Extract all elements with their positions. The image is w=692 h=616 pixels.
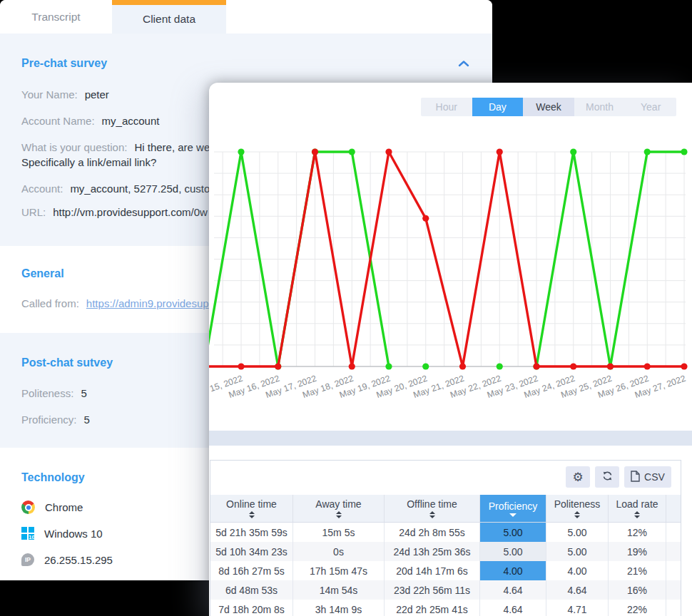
cell: 7d 18h 20m 8s bbox=[210, 600, 293, 616]
field-value: my_account, 5277.25d, custor bbox=[70, 183, 213, 195]
tech-os-row: 10 Windows 10 bbox=[21, 527, 103, 540]
column-header-politeness[interactable]: Politeness bbox=[546, 495, 609, 522]
status-chart: May 15, 2022May 16, 2022May 17, 2022May … bbox=[209, 143, 692, 410]
sort-icon bbox=[634, 511, 640, 518]
tab-client-data[interactable]: Client data bbox=[112, 0, 226, 34]
field-label: Politeness: bbox=[21, 387, 73, 399]
table-row[interactable]: 5d 21h 35m 59s 15m 5s 24d 2h 8m 55s 5.00… bbox=[210, 523, 681, 542]
field-value: peter bbox=[85, 88, 109, 101]
period-tab-month[interactable]: Month bbox=[574, 98, 626, 116]
field-label: What is your question: bbox=[21, 141, 127, 153]
column-header-away-time[interactable]: Away time bbox=[293, 495, 385, 522]
cell: 3h 14m 9s bbox=[293, 600, 385, 616]
cell: 24d 2h 8m 55s bbox=[385, 523, 480, 542]
period-tab-week[interactable]: Week bbox=[523, 98, 574, 116]
table-header: Online time Away time Offline time Profi… bbox=[210, 495, 681, 523]
cell-gutter bbox=[666, 600, 681, 616]
field-value: Specifically a link/email link? bbox=[21, 156, 156, 168]
windows-badge: 10 bbox=[29, 535, 35, 540]
sort-icon bbox=[574, 511, 580, 518]
cell: 22% bbox=[609, 600, 666, 616]
cell: 19% bbox=[609, 542, 666, 561]
field-label: Account Name: bbox=[21, 115, 95, 127]
cell-proficiency: 5.00 bbox=[480, 523, 546, 542]
cell: 5d 10h 34m 23s bbox=[210, 542, 293, 561]
cell: 4.00 bbox=[546, 561, 609, 580]
technology-title: Technology bbox=[21, 471, 85, 484]
period-tab-day[interactable]: Day bbox=[472, 98, 524, 116]
field-value: http://vm.providesupport.com/0w bbox=[53, 206, 208, 218]
tab-transcript[interactable]: Transcript bbox=[0, 0, 112, 34]
field-question-line1: What is your question:Hi there, are we bbox=[21, 141, 210, 153]
cell: 0s bbox=[293, 542, 385, 561]
statistics-table-card: ⚙ CSV bbox=[210, 460, 681, 616]
field-value: 5 bbox=[84, 414, 90, 426]
cell: 16% bbox=[609, 580, 666, 600]
field-value: Hi there, are we bbox=[134, 141, 210, 153]
cell: 6d 48m 53s bbox=[210, 580, 293, 600]
general-title: General bbox=[21, 267, 64, 280]
ip-icon: IP bbox=[21, 553, 34, 566]
column-label: Away time bbox=[315, 498, 361, 510]
table-body: 5d 21h 35m 59s 15m 5s 24d 2h 8m 55s 5.00… bbox=[210, 523, 681, 616]
tech-browser-row: Chrome bbox=[21, 500, 83, 514]
windows-icon: 10 bbox=[21, 527, 34, 540]
field-account: Account:my_account, 5277.25d, custor bbox=[21, 183, 213, 195]
refresh-button[interactable] bbox=[595, 466, 619, 488]
column-label: Load rate bbox=[616, 498, 658, 510]
gear-icon: ⚙ bbox=[572, 471, 583, 483]
field-proficiency: Proficiency:5 bbox=[21, 414, 90, 426]
field-your-name: Your Name:peter bbox=[21, 88, 109, 101]
table-row[interactable]: 8d 16h 27m 5s 17h 15m 47s 20d 14h 17m 6s… bbox=[210, 561, 681, 580]
refresh-icon bbox=[601, 470, 614, 484]
panel-tabbar: Transcript Client data bbox=[0, 0, 492, 34]
field-value: 5 bbox=[81, 387, 86, 399]
cell: 23d 22h 56m 11s bbox=[385, 580, 480, 600]
tech-ip-row: IP 26.255.15.295 bbox=[21, 553, 113, 566]
export-csv-button[interactable]: CSV bbox=[624, 466, 671, 488]
cell-proficiency: 4.64 bbox=[480, 580, 546, 600]
chevron-up-icon bbox=[458, 58, 469, 70]
field-called-from: Called from:https://admin9.providesup bbox=[21, 297, 209, 309]
field-label: URL: bbox=[21, 206, 46, 218]
cell-proficiency: 4.00 bbox=[480, 561, 546, 580]
cell: 5.00 bbox=[546, 523, 609, 542]
field-politeness: Politeness:5 bbox=[21, 387, 87, 399]
column-header-offline-time[interactable]: Offline time bbox=[385, 495, 480, 522]
table-toolbar: ⚙ CSV bbox=[566, 466, 671, 488]
cell-gutter bbox=[666, 561, 681, 580]
cell: 5d 21h 35m 59s bbox=[210, 523, 293, 542]
csv-file-icon bbox=[631, 471, 640, 484]
field-question-line2: Specifically a link/email link? bbox=[21, 156, 156, 168]
post-chat-survey-title: Post-chat sutvey bbox=[21, 356, 113, 369]
cell: 14m 54s bbox=[293, 580, 385, 600]
cell: 22d 2h 25m 41s bbox=[385, 600, 480, 616]
ip-address: 26.255.15.295 bbox=[44, 554, 113, 566]
table-row[interactable]: 5d 10h 34m 23s 0s 24d 13h 25m 36s 5.00 5… bbox=[210, 542, 681, 561]
column-label: Online time bbox=[226, 498, 277, 510]
cell: 15m 5s bbox=[293, 523, 385, 542]
column-header-proficiency[interactable]: Proficiency bbox=[480, 495, 546, 522]
cell: 21% bbox=[609, 561, 666, 580]
sort-icon bbox=[429, 511, 435, 518]
settings-button[interactable]: ⚙ bbox=[566, 466, 590, 488]
period-tabs: Hour Day Week Month Year bbox=[421, 98, 676, 116]
field-label: Your Name: bbox=[21, 88, 78, 101]
field-value: my_account bbox=[102, 115, 160, 127]
column-label: Proficiency bbox=[489, 500, 537, 512]
column-label: Offline time bbox=[407, 498, 457, 510]
cell-gutter bbox=[666, 542, 681, 561]
period-tab-hour[interactable]: Hour bbox=[421, 98, 472, 116]
panel-divider bbox=[209, 431, 692, 446]
period-tab-year[interactable]: Year bbox=[625, 98, 676, 116]
table-row[interactable]: 7d 18h 20m 8s 3h 14m 9s 22d 2h 25m 41s 4… bbox=[210, 600, 681, 616]
sort-icon bbox=[336, 511, 342, 518]
os-label: Windows 10 bbox=[44, 528, 103, 540]
field-label: Called from: bbox=[21, 297, 79, 309]
table-row[interactable]: 6d 48m 53s 14m 54s 23d 22h 56m 11s 4.64 … bbox=[210, 580, 681, 600]
collapse-section-button[interactable] bbox=[458, 58, 472, 68]
column-header-online-time[interactable]: Online time bbox=[210, 495, 293, 522]
called-from-link[interactable]: https://admin9.providesup bbox=[86, 297, 209, 309]
cell: 8d 16h 27m 5s bbox=[210, 561, 293, 580]
column-header-load-rate[interactable]: Load rate bbox=[609, 495, 666, 522]
